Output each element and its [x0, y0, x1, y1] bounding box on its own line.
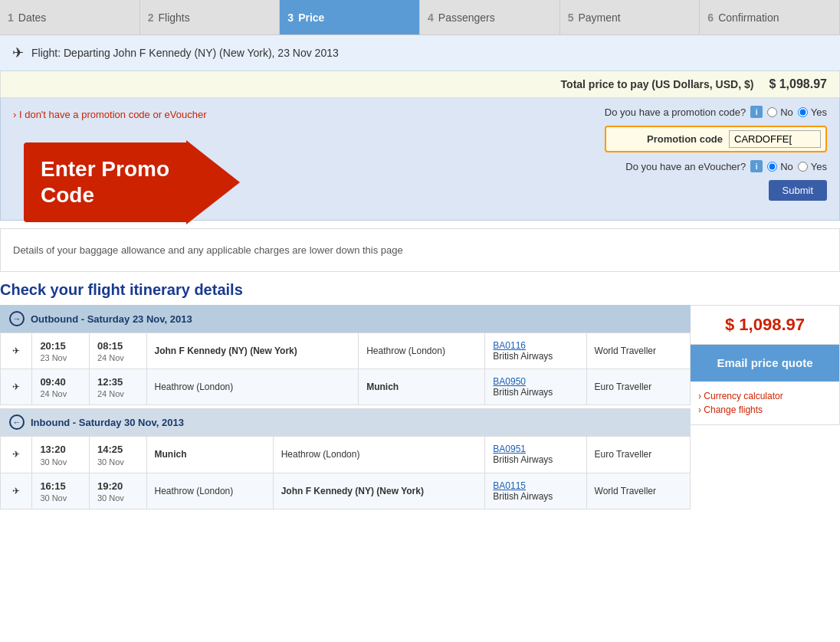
evoucher-row: Do you have an eVoucher? i No Yes: [605, 160, 827, 172]
email-price-quote-button[interactable]: Email price quote: [691, 345, 839, 382]
depart-time-cell: 13:20 30 Nov: [32, 437, 90, 473]
promo-section: I don't have a promotion code or eVouche…: [0, 98, 840, 221]
to-cell: John F Kennedy (NY) (New York): [273, 473, 485, 509]
step-confirmation[interactable]: 6 Confirmation: [700, 0, 840, 34]
flight-link[interactable]: BA0951: [493, 444, 526, 454]
outbound-flights-table: ✈ 20:15 23 Nov 08:15 24 Nov John F Kenne…: [0, 332, 691, 405]
plane-icon-cell: ✈: [1, 333, 32, 369]
flight-link[interactable]: BA0950: [493, 376, 526, 387]
plane-icon-cell: ✈: [1, 473, 32, 509]
depart-time-cell: 09:40 24 Nov: [32, 369, 90, 405]
baggage-notice: Details of your baggage allowance and an…: [0, 228, 840, 272]
flight-header: ✈ Flight: Departing John F Kennedy (NY) …: [0, 35, 840, 71]
itinerary-price: $ 1,098.97: [691, 306, 839, 345]
flight-link[interactable]: BA0115: [493, 480, 526, 491]
right-links: Currency calculator Change flights: [691, 382, 839, 424]
table-row: ✈ 20:15 23 Nov 08:15 24 Nov John F Kenne…: [1, 333, 691, 369]
class-cell: Euro Traveller: [586, 369, 690, 405]
evoucher-yes-radio[interactable]: [798, 162, 808, 172]
total-price-row: Total price to pay (US Dollars, USD, $) …: [0, 71, 840, 98]
promo-question: Do you have a promotion code? i No Yes: [605, 106, 827, 118]
progress-bar: 1 Dates 2 Flights 3 Price 4 Passengers 5…: [0, 0, 840, 35]
inbound-header: ← Inbound - Saturday 30 Nov, 2013: [0, 408, 691, 436]
depart-time-cell: 20:15 23 Nov: [32, 333, 90, 369]
total-price-label: Total price to pay (US Dollars, USD, $): [561, 78, 754, 90]
arrive-time-cell: 08:15 24 Nov: [89, 333, 146, 369]
itinerary-table-wrapper: → Outbound - Saturday 23 Nov, 2013 ✈ 20:…: [0, 305, 691, 509]
promo-yes-radio[interactable]: [798, 107, 808, 117]
flight-no-cell: BA0116 British Airways: [485, 333, 586, 369]
annotation-arrow: [186, 140, 240, 224]
outbound-header: → Outbound - Saturday 23 Nov, 2013: [0, 305, 691, 332]
submit-button[interactable]: Submit: [769, 180, 827, 201]
plane-icon-cell: ✈: [1, 437, 32, 473]
itinerary-title: Check your flight itinerary details: [0, 281, 840, 299]
to-cell: Heathrow (London): [273, 437, 485, 473]
to-cell: Munich: [359, 369, 485, 405]
total-price-value: $ 1,098.97: [769, 77, 827, 91]
promo-yes-radio-label[interactable]: Yes: [798, 106, 827, 118]
arrive-time-cell: 19:20 30 Nov: [89, 473, 146, 509]
plane-icon-cell: ✈: [1, 369, 32, 405]
table-row: ✈ 09:40 24 Nov 12:35 24 Nov Heathrow (Lo…: [1, 369, 691, 405]
itinerary-container: → Outbound - Saturday 23 Nov, 2013 ✈ 20:…: [0, 305, 840, 509]
inbound-header-text: Inbound - Saturday 30 Nov, 2013: [31, 417, 184, 428]
evoucher-question-label: Do you have an eVoucher?: [625, 161, 746, 172]
promo-code-input[interactable]: [729, 130, 821, 148]
promo-info-icon[interactable]: i: [750, 106, 763, 118]
promo-no-radio-label[interactable]: No: [767, 106, 793, 118]
evoucher-no-radio[interactable]: [767, 162, 777, 172]
promo-no-radio[interactable]: [767, 107, 777, 117]
promo-right-panel: Do you have a promotion code? i No Yes P…: [605, 106, 827, 201]
evoucher-yes-radio-label[interactable]: Yes: [798, 161, 827, 172]
table-row: ✈ 13:20 30 Nov 14:25 30 Nov Munich Heath…: [1, 437, 691, 473]
step-payment[interactable]: 5 Payment: [560, 0, 701, 34]
outbound-arrow-icon: →: [9, 311, 25, 326]
step-passengers[interactable]: 4 Passengers: [420, 0, 560, 34]
right-panel: $ 1,098.97 Email price quote Currency ca…: [691, 305, 840, 425]
arrive-time-cell: 12:35 24 Nov: [89, 369, 146, 405]
class-cell: World Traveller: [586, 333, 690, 369]
step-price[interactable]: 3 Price: [280, 0, 420, 34]
flight-header-text: Flight: Departing John F Kennedy (NY) (N…: [31, 47, 339, 59]
currency-calculator-link[interactable]: Currency calculator: [698, 391, 832, 401]
table-row: ✈ 16:15 30 Nov 19:20 30 Nov Heathrow (Lo…: [1, 473, 691, 509]
inbound-flights-table: ✈ 13:20 30 Nov 14:25 30 Nov Munich Heath…: [0, 436, 691, 509]
no-promo-link[interactable]: I don't have a promotion code or eVouche…: [13, 109, 207, 120]
class-cell: Euro Traveller: [586, 437, 690, 473]
flight-link[interactable]: BA0116: [493, 340, 526, 351]
step-dates[interactable]: 1 Dates: [0, 0, 140, 34]
depart-time-cell: 16:15 30 Nov: [32, 473, 90, 509]
from-cell: Munich: [146, 437, 273, 473]
to-cell: Heathrow (London): [359, 333, 485, 369]
from-cell: Heathrow (London): [146, 473, 273, 509]
annotation-text: Enter PromoCode: [24, 142, 186, 221]
promo-code-label: Promotion code: [647, 133, 723, 145]
plane-icon: ✈: [12, 44, 24, 61]
arrive-time-cell: 14:25 30 Nov: [89, 437, 146, 473]
evoucher-no-radio-label[interactable]: No: [767, 161, 793, 172]
from-cell: Heathrow (London): [146, 369, 359, 405]
class-cell: World Traveller: [586, 473, 690, 509]
flight-no-cell: BA0951 British Airways: [485, 437, 586, 473]
baggage-notice-text: Details of your baggage allowance and an…: [13, 244, 403, 256]
promo-code-row: Promotion code: [605, 126, 827, 152]
promo-annotation: Enter PromoCode: [24, 140, 240, 224]
step-flights[interactable]: 2 Flights: [140, 0, 281, 34]
flight-no-cell: BA0115 British Airways: [485, 473, 586, 509]
flight-no-cell: BA0950 British Airways: [485, 369, 586, 405]
change-flights-link[interactable]: Change flights: [698, 405, 832, 415]
from-cell: John F Kennedy (NY) (New York): [146, 333, 359, 369]
evoucher-info-icon[interactable]: i: [750, 160, 763, 172]
outbound-header-text: Outbound - Saturday 23 Nov, 2013: [31, 313, 192, 325]
inbound-arrow-icon: ←: [9, 414, 25, 430]
promo-question-label: Do you have a promotion code?: [605, 106, 746, 118]
